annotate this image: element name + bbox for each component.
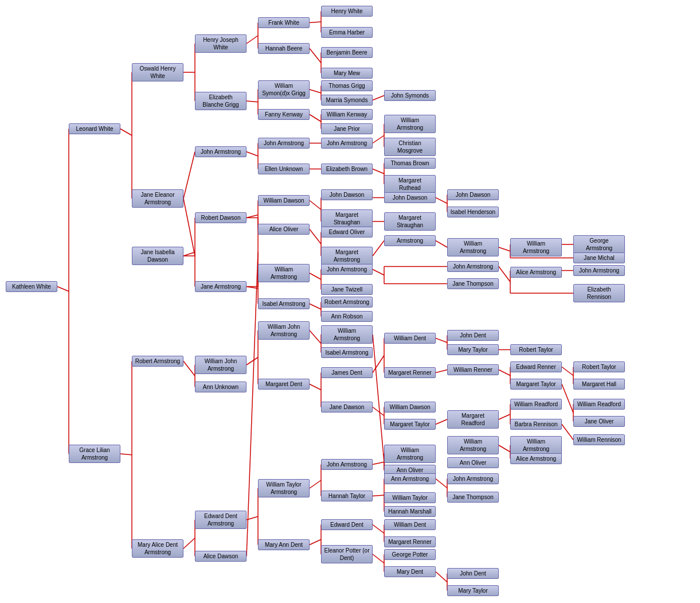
- node-margaret_hall[interactable]: Margaret Hall: [573, 379, 625, 390]
- node-george_armstrong_g[interactable]: George Armstrong: [573, 235, 625, 254]
- node-william_armstrong_4[interactable]: William Armstrong: [384, 115, 436, 133]
- node-william_dent_e[interactable]: William Dent: [384, 519, 436, 530]
- node-eleanor_potter[interactable]: Eleanor Potter (or Dent): [321, 545, 373, 563]
- node-mary_alice_dent[interactable]: Mary Alice Dent Armstrong: [132, 539, 183, 558]
- node-alice_armstrong_g[interactable]: Alice Armstrong: [510, 267, 562, 278]
- node-jane_dawson_d[interactable]: Jane Dawson: [321, 402, 373, 413]
- node-jane_thompson_o[interactable]: Jane Thompson: [447, 278, 499, 289]
- node-margaret_taylor_r[interactable]: Margaret Taylor: [510, 379, 562, 390]
- node-isabel_henderson[interactable]: Isabel Henderson: [447, 207, 499, 217]
- node-edward_dent_arm[interactable]: Edward Dent Armstrong: [195, 511, 247, 529]
- node-isabel_armstrong_j[interactable]: Isabel Armstrong: [258, 298, 310, 309]
- node-william_readford2[interactable]: William Readford: [573, 399, 625, 410]
- node-jane_twizell[interactable]: Jane Twizell: [321, 284, 373, 295]
- node-hannah_marshall[interactable]: Hannah Marshall: [384, 506, 436, 517]
- node-john_dent[interactable]: John Dent: [447, 330, 499, 341]
- node-mary_taylor_ep[interactable]: Mary Taylor: [447, 585, 499, 596]
- node-william_readford[interactable]: William Readford: [510, 399, 562, 410]
- node-edward_oliver[interactable]: Edward Oliver: [321, 227, 373, 238]
- node-margaret_straughan[interactable]: Margaret Straughan: [321, 209, 373, 228]
- node-john_armstrong_3[interactable]: John Armstrong: [258, 138, 310, 149]
- node-henry_joseph[interactable]: Henry Joseph White: [195, 34, 247, 53]
- node-william_armstrong_j[interactable]: William Armstrong: [258, 264, 310, 282]
- node-john_armstrong_w[interactable]: John Armstrong: [321, 264, 373, 275]
- node-robert_armstrong[interactable]: Robert Armstrong: [132, 356, 183, 367]
- node-john_armstrong_g2[interactable]: John Armstrong: [573, 265, 625, 276]
- node-hannah_taylor[interactable]: Hannah Taylor: [321, 491, 373, 501]
- node-william_john_arm3[interactable]: William John Armstrong: [258, 321, 310, 340]
- node-leonard_white[interactable]: Leonard White: [69, 123, 120, 134]
- node-isabel_armstrong_wj[interactable]: Isabel Armstrong: [321, 347, 373, 358]
- node-william_taylor_arm[interactable]: William Taylor Armstrong: [258, 479, 310, 497]
- node-william_dawson_d[interactable]: William Dawson: [384, 402, 436, 413]
- node-ann_robson[interactable]: Ann Robson: [321, 311, 373, 322]
- node-william_taylor_wt[interactable]: William Taylor: [384, 492, 436, 503]
- node-marria_symonds[interactable]: Marria Symonds: [321, 95, 373, 106]
- node-frank_white[interactable]: Frank White: [258, 17, 310, 28]
- node-margaret_readford[interactable]: Margaret Readford: [447, 410, 499, 429]
- node-jane_thompson_a2[interactable]: Jane Thompson: [447, 492, 499, 503]
- node-armstrong_o[interactable]: Armstrong: [384, 235, 436, 246]
- node-margaret_ruthead[interactable]: Margaret Ruthead: [384, 175, 436, 193]
- node-william_dawson_r[interactable]: William Dawson: [258, 195, 310, 206]
- node-mary_mew[interactable]: Mary Mew: [321, 68, 373, 79]
- node-ellen_unknown[interactable]: Ellen Unknown: [258, 164, 310, 174]
- node-william_armstrong_a2[interactable]: William Armstrong: [447, 436, 499, 454]
- node-elizabeth_brown[interactable]: Elizabeth Brown: [321, 164, 373, 174]
- node-william_armstrong_wj[interactable]: William Armstrong: [321, 325, 373, 344]
- node-ann_oliver2[interactable]: Ann Oliver: [447, 457, 499, 468]
- node-john_dawson_r[interactable]: John Dawson: [321, 189, 373, 200]
- node-elizabeth_rennison[interactable]: Elizabeth Rennison: [573, 284, 625, 302]
- node-william_renner[interactable]: William Renner: [447, 364, 499, 375]
- node-edward_renner[interactable]: Edward Renner: [510, 361, 562, 372]
- node-john_dawson_2[interactable]: John Dawson: [384, 192, 436, 203]
- node-william_dent_j[interactable]: William Dent: [384, 333, 436, 344]
- node-ann_unknown[interactable]: Ann Unknown: [195, 382, 247, 392]
- node-john_armstrong_a2[interactable]: John Armstrong: [447, 473, 499, 484]
- node-john_dent_ep[interactable]: John Dent: [447, 568, 499, 579]
- node-william_john_arm2[interactable]: William John Armstrong: [195, 356, 247, 374]
- node-alice_dawson[interactable]: Alice Dawson: [195, 551, 247, 562]
- node-jane_eleanor[interactable]: Jane Eleanor Armstrong: [132, 189, 183, 208]
- node-robert_armstrong_i[interactable]: Robert Armstrong: [321, 297, 373, 308]
- node-robert_taylor_d[interactable]: Robert Taylor: [510, 344, 562, 355]
- node-margaret_renner[interactable]: Margaret Renner: [384, 367, 436, 378]
- node-john_armstrong_wt[interactable]: John Armstrong: [321, 459, 373, 470]
- node-oswald_henry[interactable]: Oswald Henry White: [132, 63, 183, 81]
- node-james_dent[interactable]: James Dent: [321, 367, 373, 378]
- node-margaret_taylor_d[interactable]: Margaret Taylor: [384, 419, 436, 430]
- node-thomas_brown[interactable]: Thomas Brown: [384, 158, 436, 169]
- node-william_armstrong_aa[interactable]: William Armstrong: [510, 436, 562, 454]
- node-margaret_straughan2[interactable]: Margaret Straughan: [384, 212, 436, 231]
- node-kathleen_white[interactable]: Kathleen White: [6, 281, 57, 292]
- node-robert_dawson[interactable]: Robert Dawson: [195, 212, 247, 223]
- node-margaret_renner2[interactable]: Margaret Renner: [384, 536, 436, 547]
- node-jane_armstrong_b[interactable]: Jane Armstrong: [195, 281, 247, 292]
- node-mary_ann_dent[interactable]: Mary Ann Dent: [258, 539, 310, 550]
- node-alice_armstrong_aa[interactable]: Alice Armstrong: [510, 453, 562, 464]
- node-jane_oliver[interactable]: Jane Oliver: [573, 416, 625, 427]
- node-william_kenway[interactable]: William Kenway: [321, 109, 373, 120]
- node-john_armstrong_4[interactable]: John Armstrong: [321, 138, 373, 149]
- node-alice_oliver[interactable]: Alice Oliver: [258, 224, 310, 235]
- node-george_potter[interactable]: George Potter: [384, 549, 436, 560]
- node-william_rennison[interactable]: William Rennison: [573, 434, 625, 445]
- node-william_symon[interactable]: William Symon(d)x Grigg: [258, 80, 310, 99]
- node-mary_dent[interactable]: Mary Dent: [384, 566, 436, 577]
- node-jane_michal[interactable]: Jane Michal: [573, 252, 625, 263]
- node-barbra_rennison[interactable]: Barbra Rennison: [510, 419, 562, 430]
- node-emma_harber[interactable]: Emma Harber: [321, 27, 373, 38]
- node-jane_isabella[interactable]: Jane Isabella Dawson: [132, 247, 183, 265]
- node-william_armstrong_g[interactable]: William Armstrong: [510, 238, 562, 256]
- node-william_armstrong_o[interactable]: William Armstrong: [447, 238, 499, 256]
- node-ann_armstrong_wt[interactable]: Ann Armstrong: [384, 473, 436, 484]
- node-john_armstrong_ot[interactable]: John Armstrong: [447, 261, 499, 272]
- node-john_dawson_o[interactable]: John Dawson: [447, 189, 499, 200]
- node-fanny_kenway[interactable]: Fanny Kenway: [258, 109, 310, 120]
- node-robert_taylor_e[interactable]: Robert Taylor: [573, 361, 625, 372]
- node-jane_prior[interactable]: Jane Prior: [321, 123, 373, 134]
- node-william_armstrong_wt[interactable]: William Armstrong: [384, 445, 436, 463]
- node-margaret_armstrong_o[interactable]: Margaret Armstrong: [321, 247, 373, 265]
- node-john_armstrong_2[interactable]: John Armstrong: [195, 146, 247, 157]
- node-thomas_grigg[interactable]: Thomas Grigg: [321, 80, 373, 91]
